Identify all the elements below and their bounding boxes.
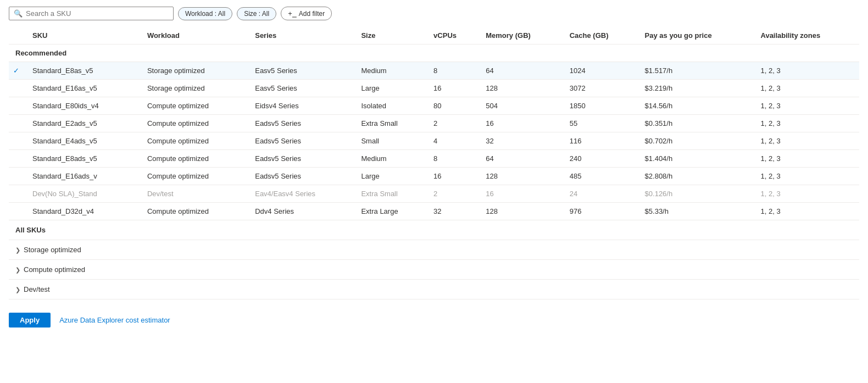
- table-row[interactable]: Standard_E80ids_v4Compute optimizedEidsv…: [9, 97, 859, 115]
- cell-memory: 128: [479, 168, 563, 185]
- collapsible-group-row[interactable]: ❯Compute optimized: [9, 260, 859, 280]
- cell-workload: Storage optimized: [141, 80, 248, 97]
- cell-cache: 24: [563, 185, 638, 203]
- col-memory: Memory (GB): [479, 27, 563, 45]
- sku-table-container: SKU Workload Series Size vCPUs Memory (G…: [9, 27, 859, 299]
- table-row[interactable]: Standard_E16as_v5Storage optimizedEasv5 …: [9, 80, 859, 97]
- cell-cache: 240: [563, 150, 638, 168]
- cell-size: Extra Large: [354, 203, 427, 220]
- search-box: 🔍: [9, 7, 174, 20]
- cell-zones: 1, 2, 3: [754, 168, 860, 185]
- cell-cache: 3072: [563, 80, 638, 97]
- cell-sku: Standard_E4ads_v5: [26, 132, 141, 150]
- row-check-cell: [9, 115, 26, 132]
- cell-price: $1.517/h: [638, 62, 754, 80]
- cell-workload: Storage optimized: [141, 62, 248, 80]
- table-row[interactable]: Standard_D32d_v4Compute optimizedDdv4 Se…: [9, 203, 859, 220]
- row-check-cell: [9, 185, 26, 203]
- collapsible-group-row[interactable]: ❯Storage optimized: [9, 240, 859, 260]
- cell-vcpus: 4: [427, 132, 479, 150]
- cell-size: Large: [354, 168, 427, 185]
- cell-vcpus: 16: [427, 168, 479, 185]
- group-label: Compute optimized: [24, 265, 85, 274]
- col-price: Pay as you go price: [638, 27, 754, 45]
- cell-size: Extra Small: [354, 115, 427, 132]
- cell-series: Easv5 Series: [248, 62, 354, 80]
- table-row[interactable]: Dev(No SLA)_StandDev/testEav4/Easv4 Seri…: [9, 185, 859, 203]
- table-header: SKU Workload Series Size vCPUs Memory (G…: [9, 27, 859, 45]
- cell-memory: 32: [479, 132, 563, 150]
- col-check: [9, 27, 26, 45]
- cell-vcpus: 80: [427, 97, 479, 115]
- row-check-cell: [9, 150, 26, 168]
- cell-zones: 1, 2, 3: [754, 62, 860, 80]
- table-row[interactable]: Standard_E8ads_v5Compute optimizedEadsv5…: [9, 150, 859, 168]
- cell-workload: Compute optimized: [141, 97, 248, 115]
- cell-cache: 485: [563, 168, 638, 185]
- add-filter-button[interactable]: +⎯ Add filter: [281, 7, 332, 20]
- cell-price: $5.33/h: [638, 203, 754, 220]
- col-vcpus: vCPUs: [427, 27, 479, 45]
- col-workload: Workload: [141, 27, 248, 45]
- cell-cache: 116: [563, 132, 638, 150]
- table-row[interactable]: Standard_E16ads_vCompute optimizedEadsv5…: [9, 168, 859, 185]
- cell-zones: 1, 2, 3: [754, 80, 860, 97]
- search-input[interactable]: [26, 9, 169, 18]
- workload-filter-button[interactable]: Workload : All: [178, 7, 232, 20]
- cell-memory: 64: [479, 62, 563, 80]
- cell-vcpus: 2: [427, 115, 479, 132]
- cell-workload: Compute optimized: [141, 132, 248, 150]
- cell-price: $3.219/h: [638, 80, 754, 97]
- cell-series: Easv5 Series: [248, 80, 354, 97]
- cell-series: Eadsv5 Series: [248, 150, 354, 168]
- cell-workload: Compute optimized: [141, 203, 248, 220]
- cell-vcpus: 2: [427, 185, 479, 203]
- size-filter-button[interactable]: Size : All: [237, 7, 276, 20]
- check-icon: ✓: [13, 66, 19, 75]
- cell-series: Eadsv5 Series: [248, 115, 354, 132]
- table-row[interactable]: Standard_E2ads_v5Compute optimizedEadsv5…: [9, 115, 859, 132]
- row-check-cell: [9, 80, 26, 97]
- cell-vcpus: 8: [427, 62, 479, 80]
- cell-memory: 128: [479, 203, 563, 220]
- table-row[interactable]: Standard_E4ads_v5Compute optimizedEadsv5…: [9, 132, 859, 150]
- apply-button[interactable]: Apply: [9, 313, 51, 328]
- col-sku: SKU: [26, 27, 141, 45]
- collapsible-group-row[interactable]: ❯Dev/test: [9, 280, 859, 299]
- cell-size: Medium: [354, 150, 427, 168]
- sku-table: SKU Workload Series Size vCPUs Memory (G…: [9, 27, 859, 299]
- cell-sku: Standard_E80ids_v4: [26, 97, 141, 115]
- add-filter-icon: +⎯: [288, 9, 297, 18]
- cell-workload: Dev/test: [141, 185, 248, 203]
- cell-series: Eidsv4 Series: [248, 97, 354, 115]
- cell-vcpus: 8: [427, 150, 479, 168]
- cell-sku: Dev(No SLA)_Stand: [26, 185, 141, 203]
- col-cache: Cache (GB): [563, 27, 638, 45]
- add-filter-label: Add filter: [299, 10, 325, 18]
- cell-series: Eadsv5 Series: [248, 132, 354, 150]
- cell-vcpus: 32: [427, 203, 479, 220]
- cell-cache: 55: [563, 115, 638, 132]
- chevron-right-icon: ❯: [15, 247, 20, 254]
- cell-price: $0.126/h: [638, 185, 754, 203]
- cell-memory: 504: [479, 97, 563, 115]
- group-label: Dev/test: [24, 285, 50, 293]
- chevron-right-icon: ❯: [15, 286, 20, 293]
- cell-zones: 1, 2, 3: [754, 150, 860, 168]
- size-filter-label: Size : All: [244, 10, 269, 18]
- cell-size: Large: [354, 80, 427, 97]
- table-row[interactable]: ✓Standard_E8as_v5Storage optimizedEasv5 …: [9, 62, 859, 80]
- col-size: Size: [354, 27, 427, 45]
- cell-cache: 1024: [563, 62, 638, 80]
- cell-sku: Standard_D32d_v4: [26, 203, 141, 220]
- cost-estimator-link[interactable]: Azure Data Explorer cost estimator: [59, 316, 170, 324]
- cell-price: $14.56/h: [638, 97, 754, 115]
- cell-memory: 16: [479, 185, 563, 203]
- cell-memory: 16: [479, 115, 563, 132]
- cell-size: Extra Small: [354, 185, 427, 203]
- cell-zones: 1, 2, 3: [754, 203, 860, 220]
- group-label: Storage optimized: [24, 246, 81, 254]
- cell-zones: 1, 2, 3: [754, 132, 860, 150]
- cell-cache: 976: [563, 203, 638, 220]
- cell-memory: 64: [479, 150, 563, 168]
